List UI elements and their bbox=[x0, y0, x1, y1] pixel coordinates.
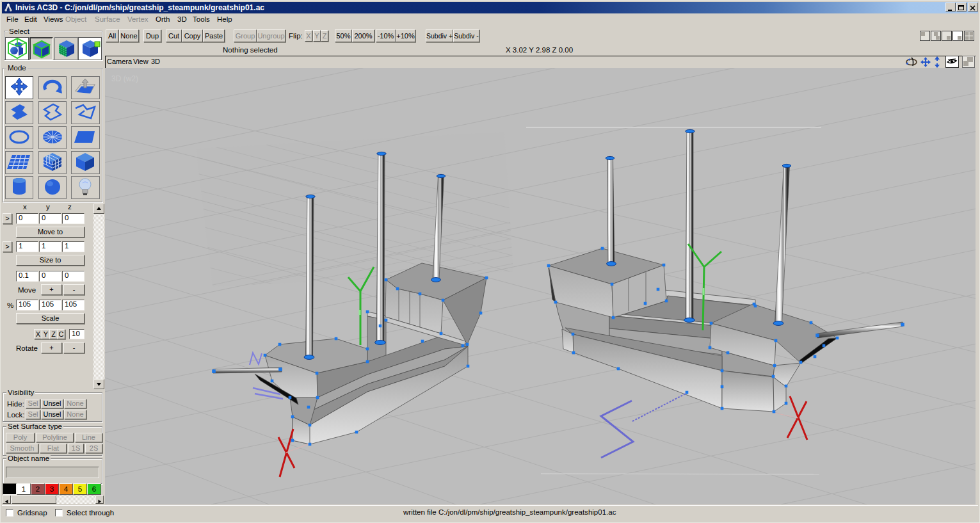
svg-text:3D (w2): 3D (w2) bbox=[111, 74, 138, 83]
